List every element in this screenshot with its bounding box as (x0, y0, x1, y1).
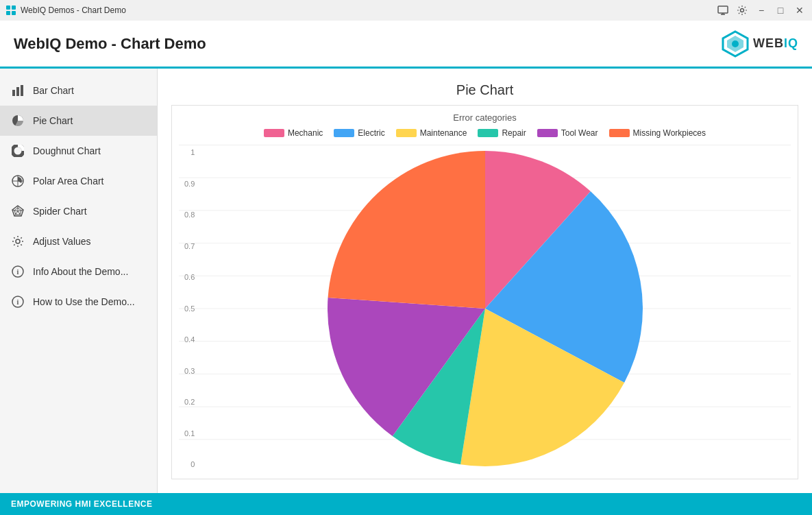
sidebar-label-info-demo: Info About the Demo... (33, 266, 128, 277)
chart-subtitle: Error categories (453, 112, 516, 123)
legend-item-electric: Electric (334, 128, 384, 138)
svg-rect-1 (12, 5, 16, 10)
legend-label-mechanic: Mechanic (288, 128, 323, 138)
info-icon: i (11, 265, 25, 278)
sidebar-label-doughnut-chart: Doughnut Chart (33, 145, 101, 156)
legend-color-electric (334, 129, 354, 137)
sidebar-label-spider-chart: Spider Chart (33, 206, 87, 217)
legend-item-maintenance: Maintenance (396, 128, 467, 138)
minimize-button[interactable]: − (754, 3, 768, 17)
sidebar-item-bar-chart[interactable]: Bar Chart (0, 75, 157, 106)
app-title: WebIQ Demo - Chart Demo (14, 35, 206, 53)
maximize-button[interactable]: □ (774, 3, 787, 17)
svg-rect-11 (12, 90, 15, 96)
content-area: Pie Chart Error categories Mechanic Elec… (158, 69, 812, 493)
app-icon (5, 5, 16, 16)
legend-label-maintenance: Maintenance (420, 128, 467, 138)
svg-rect-13 (21, 85, 23, 96)
sidebar-item-doughnut-chart[interactable]: Doughnut Chart (0, 136, 157, 166)
legend-color-missing (609, 129, 630, 137)
footer: EMPOWERING HMI EXCELLENCE (0, 493, 812, 515)
polar-area-icon (11, 174, 25, 188)
legend-item-mechanic: Mechanic (264, 128, 323, 138)
close-button[interactable]: ✕ (793, 3, 807, 17)
sidebar-item-info-demo[interactable]: i Info About the Demo... (0, 256, 157, 287)
bar-chart-icon (11, 84, 25, 97)
sidebar-item-adjust-values[interactable]: Adjust Values (0, 226, 157, 256)
legend-color-maintenance (396, 129, 417, 137)
sidebar-label-pie-chart: Pie Chart (33, 115, 73, 126)
doughnut-chart-icon (11, 144, 25, 158)
logo-icon (722, 30, 749, 58)
spider-chart-icon (11, 204, 25, 218)
sidebar-item-spider-chart[interactable]: Spider Chart (0, 196, 157, 226)
legend-color-repair (478, 129, 498, 137)
footer-text: EMPOWERING HMI EXCELLENCE (11, 499, 153, 509)
sidebar-label-polar-area-chart: Polar Area Chart (33, 176, 104, 187)
sidebar-item-polar-area-chart[interactable]: Polar Area Chart (0, 166, 157, 196)
svg-rect-3 (12, 11, 16, 15)
sidebar-label-adjust-values: Adjust Values (33, 236, 91, 247)
info-icon2: i (11, 295, 25, 309)
legend-color-mechanic (264, 129, 284, 137)
chart-title: Pie Chart (171, 82, 798, 98)
legend-label-toolwear: Tool Wear (561, 128, 598, 138)
sidebar-label-how-to: How to Use the Demo... (33, 296, 135, 307)
sidebar-item-how-to[interactable]: i How to Use the Demo... (0, 287, 157, 317)
svg-point-10 (732, 40, 739, 47)
title-bar-controls: − □ ✕ (716, 3, 807, 17)
legend-item-repair: Repair (478, 128, 526, 138)
svg-point-26 (16, 239, 20, 243)
svg-rect-4 (718, 6, 728, 13)
svg-rect-12 (16, 87, 19, 96)
title-bar-left: WebIQ Demos - Chart Demo (5, 5, 126, 16)
app-header: WebIQ Demo - Chart Demo WEBIQ (0, 21, 812, 69)
svg-rect-0 (6, 5, 10, 10)
legend-item-missing: Missing Workpieces (609, 128, 706, 138)
main-area: Bar Chart Pie Chart Doughnut Chart (0, 69, 812, 493)
chart-wrap: 1 0.9 0.8 0.7 0.6 0.5 0.4 0.3 0.2 0.1 0 (179, 145, 791, 472)
svg-text:i: i (17, 298, 19, 306)
sidebar-item-pie-chart[interactable]: Pie Chart (0, 106, 157, 136)
window-title: WebIQ Demos - Chart Demo (21, 5, 126, 15)
settings-icon (11, 235, 25, 248)
logo: WEBIQ (722, 30, 798, 58)
title-bar: WebIQ Demos - Chart Demo − □ ✕ (0, 0, 812, 21)
svg-text:i: i (17, 268, 19, 276)
chart-legend: Mechanic Electric Maintenance Repair Too… (264, 128, 706, 138)
settings-icon-titlebar[interactable] (735, 3, 749, 17)
svg-rect-2 (6, 11, 10, 15)
logo-text: WEBIQ (753, 36, 798, 51)
svg-point-7 (741, 9, 744, 12)
sidebar-label-bar-chart: Bar Chart (33, 85, 74, 96)
legend-item-toolwear: Tool Wear (537, 128, 598, 138)
monitor-icon[interactable] (716, 3, 730, 17)
pie-chart-icon (11, 114, 25, 128)
legend-label-electric: Electric (358, 128, 384, 138)
chart-container: Error categories Mechanic Electric Maint… (171, 105, 798, 479)
pie-chart-svg (328, 151, 643, 466)
logo-highlight: IQ (784, 36, 798, 50)
sidebar: Bar Chart Pie Chart Doughnut Chart (0, 69, 158, 493)
legend-label-missing: Missing Workpieces (633, 128, 706, 138)
legend-label-repair: Repair (502, 128, 526, 138)
legend-color-toolwear (537, 129, 558, 137)
